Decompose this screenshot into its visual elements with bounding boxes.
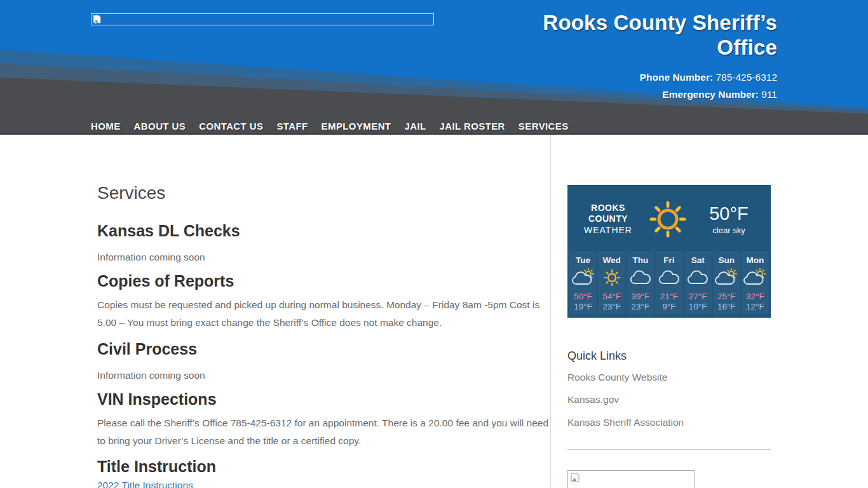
weather-location-line: WEATHER [578,224,639,236]
section-heading-kansas-dl-checks: Kansas DL Checks [97,222,240,240]
sun-icon [599,268,625,287]
nav-item-home[interactable]: HOME [91,121,121,132]
forecast-day: Fri 21°F 9°F [655,251,682,315]
cloud-sun-icon [714,268,739,287]
forecast-day: Sat 27°F 10°F [684,251,712,315]
forecast-low: 23°F [598,302,625,311]
weather-location-line: COUNTY [578,214,639,224]
cloud-sun-icon [571,268,596,287]
section-body: Copies must be requested and picked up d… [97,296,548,332]
broken-image-icon [570,473,580,483]
forecast-high: 21°F [655,292,682,301]
sidebar-divider [567,449,771,450]
forecast-high: 32°F [742,292,769,301]
weather-now: 50°F clear sky [697,203,761,235]
section-body: Information coming soon [97,367,548,384]
section-body: Information coming soon [97,248,548,266]
current-temperature: 50°F [697,203,761,224]
forecast-day: Sun 25°F 16°F [713,251,740,315]
section-heading-civil-process: Civil Process [97,340,197,358]
forecast-day-name: Fri [655,255,682,265]
cloud-icon [656,268,682,287]
forecast-low: 19°F [569,302,597,311]
main-content: Services Kansas DL Checks Information co… [97,0,550,488]
forecast-low: 23°F [627,302,654,311]
weather-widget: ROOKS COUNTY WEATHER [567,185,771,318]
section-body: Please call the Sheriff’s Office 785-425… [97,414,548,450]
forecast-high: 54°F [598,292,625,301]
forecast-high: 39°F [627,292,654,301]
main-nav: HOME ABOUT US CONTACT US STAFF EMPLOYMEN… [91,117,569,135]
forecast-high: 27°F [684,292,712,301]
forecast-day-name: Mon [742,255,769,265]
forecast-day-name: Sun [713,255,740,265]
weather-location-line: ROOKS [578,203,639,214]
forecast-day: Thu 39°F 23°F [627,251,654,315]
section-heading-title-instruction: Title Instruction [97,458,216,476]
forecast-day-name: Wed [598,255,625,265]
weather-forecast: Tue 50°F 19°F [567,248,771,315]
title-instructions-link[interactable]: 2022 Title Instructions [97,480,193,488]
quick-links-title: Quick Links [567,349,627,363]
weather-location: ROOKS COUNTY WEATHER [578,203,639,236]
nav-item-about-us[interactable]: ABOUT US [134,121,186,132]
page: Rooks County Sheriff’s Office Phone Numb… [0,0,868,488]
content-sidebar-divider [550,135,551,488]
sun-icon [648,200,688,239]
cloud-sun-icon [742,268,768,287]
weather-current: ROOKS COUNTY WEATHER [567,185,771,248]
forecast-low: 9°F [655,302,682,311]
section-heading-vin-inspections: VIN Inspections [97,390,217,409]
cloud-icon [685,268,710,287]
nav-item-jail[interactable]: JAIL [404,121,426,132]
forecast-high: 50°F [569,292,597,301]
quick-link-rooks-county-website[interactable]: Rooks County Website [567,372,667,383]
forecast-day: Tue 50°F 19°F [569,251,597,315]
forecast-high: 25°F [713,292,740,301]
quick-link-kansas-gov[interactable]: Kansas.gov [567,394,619,405]
forecast-low: 16°F [713,302,740,311]
quick-link-kansas-sheriff-association[interactable]: Kansas Sheriff Association [567,417,684,428]
forecast-day-name: Tue [569,255,597,265]
nav-item-jail-roster[interactable]: JAIL ROSTER [440,121,505,132]
forecast-day: Wed 54°F 23°F [598,251,625,315]
cloud-icon [628,268,653,287]
nav-item-contact-us[interactable]: CONTACT US [199,121,263,132]
nav-item-staff[interactable]: STAFF [276,121,308,132]
sidebar: ROOKS COUNTY WEATHER [567,0,771,488]
section-heading-copies-of-reports: Copies of Reports [97,272,234,290]
sidebar-broken-image[interactable] [567,470,695,488]
forecast-low: 10°F [684,302,712,311]
forecast-day-name: Thu [627,255,654,265]
forecast-low: 12°F [742,302,769,311]
nav-item-employment[interactable]: EMPLOYMENT [322,121,391,132]
current-condition: clear sky [697,226,761,235]
forecast-day: Mon 32°F 12°F [742,251,769,315]
nav-item-services[interactable]: SERVICES [519,121,569,132]
forecast-day-name: Sat [684,255,712,265]
page-title: Services [97,183,165,203]
